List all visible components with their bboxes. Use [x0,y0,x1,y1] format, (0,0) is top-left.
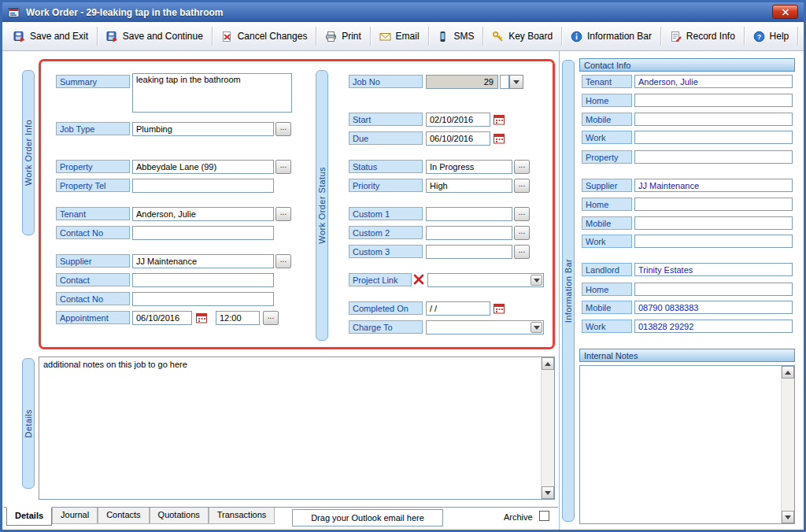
property-tel-input[interactable] [132,179,274,193]
tenant-browse-button[interactable]: ... [275,207,291,221]
due-date-input[interactable]: 06/10/2016 [426,131,490,146]
sms-icon [437,31,449,42]
supplier-browse-button[interactable]: ... [275,254,291,268]
save-and-continue-button[interactable]: Save and Continue [99,25,210,47]
tab-details[interactable]: Details [6,507,52,526]
information-bar-button[interactable]: Information Bar [564,25,659,47]
custom1-browse-button[interactable]: ... [514,207,530,221]
email-button[interactable]: Email [372,25,427,47]
due-calendar-icon[interactable] [494,132,506,145]
job-no-spinner[interactable] [500,75,509,89]
contact-row-value[interactable]: 08790 0838383 [634,301,793,314]
custom1-input[interactable] [426,207,512,221]
status-input[interactable]: In Progress [426,160,512,174]
property-browse-button[interactable]: ... [275,160,291,174]
charge-to-combo[interactable] [426,320,544,334]
custom2-browse-button[interactable]: ... [514,226,530,240]
custom2-input[interactable] [426,226,512,240]
sms-button[interactable]: SMS [430,25,481,47]
tab-journal[interactable]: Journal [52,508,98,524]
save-and-exit-button[interactable]: Save and Exit [6,25,95,47]
tenant-input[interactable]: Anderson, Julie [132,207,274,221]
button-label: Record Info [686,31,735,42]
side-tab-label: Information Bar [564,259,573,323]
summary-label: Summary [56,75,130,88]
supplier-contact-no-input[interactable] [132,292,274,306]
details-notes-text: additional notes on this job to go here [43,360,537,369]
completed-on-calendar-icon[interactable] [494,302,506,315]
contact-row-value[interactable]: Anderson, Julie [634,75,793,88]
chevron-down-icon [513,80,519,84]
summary-input[interactable]: leaking tap in the bathroom [132,73,292,113]
project-link-combo[interactable] [427,273,544,287]
contact-row-label: Home [582,94,632,107]
contact-row-value[interactable] [634,198,793,211]
contact-row-value[interactable] [634,150,793,164]
internal-notes-area[interactable] [579,365,795,524]
priority-input[interactable]: High [426,179,512,193]
supplier-contact-label: Contact [56,273,130,286]
arrow-down-icon [785,515,791,519]
close-button[interactable] [772,5,798,19]
internal-notes-scrollbar[interactable] [781,366,794,523]
project-link-dropdown-button[interactable] [531,275,542,286]
job-type-input[interactable]: Plumbing [132,122,274,136]
toolbar-separator [561,27,562,46]
chevron-down-icon [534,326,540,330]
start-date-input[interactable]: 02/10/2016 [426,113,490,127]
toolbar-separator [660,27,661,46]
help-button[interactable]: ? Help [746,25,797,47]
details-notes-scrollbar[interactable] [541,357,554,499]
job-type-browse-button[interactable]: ... [275,122,291,136]
charge-to-dropdown-button[interactable] [531,322,542,333]
contact-row-value[interactable]: 013828 29292 [634,320,793,333]
custom3-browse-button[interactable]: ... [514,245,530,259]
supplier-input[interactable]: JJ Maintenance [132,254,274,268]
contact-row-value[interactable] [634,216,793,230]
appointment-time-input[interactable]: 12:00 [216,311,260,325]
contact-row-value[interactable] [634,113,793,126]
appointment-calendar-icon[interactable] [196,312,209,324]
tenant-contact-no-input[interactable] [132,226,274,240]
completed-on-input[interactable]: / / [426,301,490,316]
record-info-button[interactable]: Record Info [663,25,742,47]
appointment-browse-button[interactable]: ... [263,311,279,325]
contact-row-label: Work [582,131,632,144]
print-button[interactable]: Print [318,25,368,47]
side-tab-label: Work Order Info [24,120,33,186]
property-input[interactable]: Abbeydale Lane (99) [132,160,274,174]
contact-row-label: Work [582,235,632,248]
tab-quotations[interactable]: Quotations [150,508,209,524]
scroll-up-button[interactable] [782,366,794,379]
contact-row-value[interactable] [634,131,793,144]
status-browse-button[interactable]: ... [514,160,530,174]
contact-row-value[interactable]: JJ Maintenance [634,179,793,192]
priority-browse-button[interactable]: ... [514,179,530,193]
contact-row-value[interactable] [634,283,793,296]
contact-row-value[interactable] [634,235,793,248]
supplier-contact-input[interactable] [132,273,274,287]
contact-row-value[interactable] [634,94,793,107]
appointment-date-input[interactable]: 06/10/2016 [132,311,192,325]
toolbar-separator [97,27,98,46]
outlook-drop-zone[interactable]: Drag your Outlook email here [292,509,443,526]
keyboard-button[interactable]: Key Board [485,25,560,47]
archive-checkbox[interactable] [539,511,549,521]
scroll-down-button[interactable] [542,486,554,499]
details-notes-area[interactable]: additional notes on this job to go here [39,357,555,500]
custom3-input[interactable] [426,245,512,259]
cancel-changes-button[interactable]: Cancel Changes [214,25,315,47]
record-info-icon [670,31,682,42]
button-label: Print [342,31,361,42]
toolbar-separator [797,27,798,46]
job-no-dropdown-button[interactable] [509,75,523,89]
scroll-up-button[interactable] [542,357,554,370]
start-calendar-icon[interactable] [494,113,506,126]
tab-transactions[interactable]: Transactions [209,508,275,524]
info-icon [571,31,582,42]
arrow-up-icon [785,371,791,375]
tab-contacts[interactable]: Contacts [98,508,149,524]
contact-row-value[interactable]: Trinity Estates [634,263,793,276]
project-link-clear-icon[interactable] [412,273,425,286]
scroll-down-button[interactable] [782,511,794,523]
